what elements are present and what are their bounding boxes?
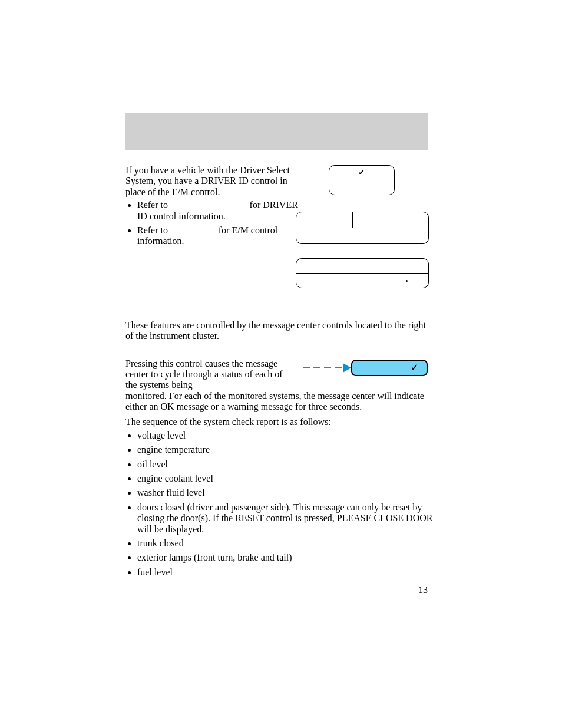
dashed-arrow-icon	[303, 363, 351, 373]
check-item: doors closed (driver and passenger side)…	[137, 502, 439, 535]
header-band	[125, 113, 428, 150]
intro-paragraph: If you have a vehicle with the Driver Se…	[125, 165, 290, 197]
check-item: engine coolant level	[137, 473, 439, 484]
button-box-1: ✓	[329, 165, 395, 195]
system-status-button: ✓	[351, 360, 428, 376]
check-item: exterior lamps (front turn, brake and ta…	[137, 552, 439, 563]
check-item: washer fluid level	[137, 487, 439, 498]
check-item: engine temperature	[137, 444, 439, 455]
system-status-diagram: ✓	[303, 360, 428, 376]
arrowhead-icon	[343, 363, 351, 373]
check-item: oil level	[137, 459, 439, 470]
content-area: ✓	[125, 165, 428, 581]
check-item: voltage level	[137, 430, 439, 441]
check-item: trunk closed	[137, 538, 439, 549]
sequence-line: The sequence of the system check report …	[125, 417, 428, 427]
check-icon: ✓	[358, 168, 365, 177]
intro-bullets: Refer to Driver select system for DRIVER…	[125, 200, 302, 247]
button-box-2	[296, 212, 429, 244]
button-diagram-stack: ✓	[296, 165, 428, 288]
intro-bullet-2: Refer to E/M control for E/M control inf…	[137, 225, 302, 247]
dot-icon	[406, 280, 408, 282]
intro-bullet-1: Refer to Driver select system for DRIVER…	[137, 200, 302, 222]
button-box-3	[296, 258, 429, 288]
check-item: fuel level	[137, 567, 439, 578]
features-paragraph: These features are controlled by the mes…	[125, 320, 428, 342]
page: ✓	[0, 0, 562, 728]
page-number: 13	[418, 585, 428, 595]
check-icon: ✓	[411, 363, 418, 373]
check-items-list: voltage level engine temperature oil lev…	[125, 430, 439, 578]
